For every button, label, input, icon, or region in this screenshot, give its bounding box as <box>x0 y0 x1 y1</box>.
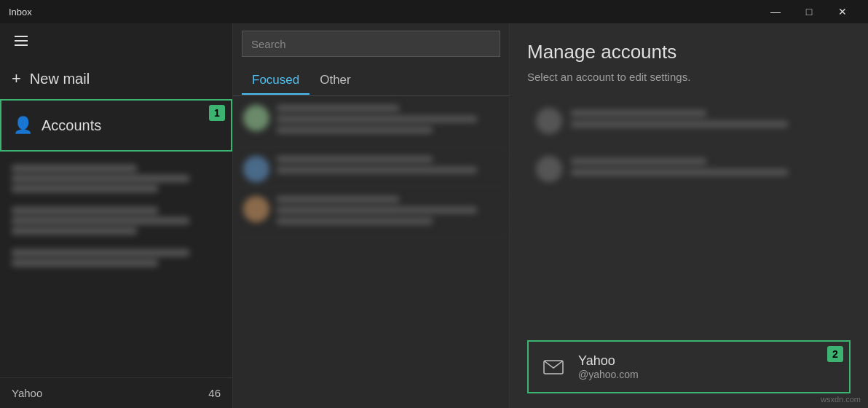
manage-accounts-title: Manage accounts <box>527 41 851 63</box>
watermark: wsxdn.com <box>821 395 861 404</box>
blur-line <box>277 167 477 173</box>
avatar <box>243 156 269 182</box>
blur-line <box>12 217 189 224</box>
sidebar-header <box>0 23 232 58</box>
avatar <box>536 156 562 182</box>
tab-other-label: Other <box>320 73 351 87</box>
new-mail-label: New mail <box>30 71 90 87</box>
titlebar-title: Inbox <box>9 7 32 17</box>
sidebar: + New mail 👤 Accounts 1 <box>0 23 233 408</box>
new-mail-button[interactable]: + New mail <box>0 58 232 99</box>
avatar <box>536 108 562 134</box>
yahoo-account-name: Yahoo <box>578 353 837 369</box>
tabs-row: Focused Other <box>233 64 509 96</box>
middle-mail-item[interactable] <box>233 96 509 147</box>
mail-lines <box>277 156 499 178</box>
sidebar-mail-items <box>0 152 232 377</box>
avatar <box>243 196 269 222</box>
blur-line <box>12 259 158 267</box>
blur-line <box>12 227 137 235</box>
blur-line <box>571 158 706 165</box>
accounts-label: Accounts <box>42 117 101 134</box>
badge-2: 2 <box>827 346 843 362</box>
search-bar <box>233 23 509 64</box>
manage-accounts-subtitle: Select an account to edit settings. <box>527 71 851 83</box>
blur-line <box>12 207 158 214</box>
tab-other[interactable]: Other <box>309 66 361 95</box>
minimize-button[interactable]: — <box>759 0 792 23</box>
blur-line <box>12 175 189 182</box>
hamburger-line-2 <box>15 40 28 42</box>
middle-mail-item[interactable] <box>233 187 509 238</box>
tab-focused[interactable]: Focused <box>242 66 309 95</box>
maximize-button[interactable]: □ <box>792 0 826 23</box>
hamburger-line-3 <box>15 44 28 46</box>
sidebar-bottom: Yahoo 46 <box>0 377 232 408</box>
close-button[interactable]: ✕ <box>826 0 859 23</box>
account-items-blurred <box>527 101 851 189</box>
titlebar: Inbox — □ ✕ <box>0 0 868 23</box>
hamburger-line-1 <box>15 36 28 37</box>
middle-mail-item[interactable] <box>233 147 509 187</box>
blur-line <box>277 196 399 203</box>
account-item-blurred[interactable] <box>527 149 851 189</box>
blur-line <box>12 165 137 172</box>
blur-line <box>571 169 788 176</box>
blur-line <box>571 110 706 117</box>
middle-mail-items <box>233 96 509 408</box>
sidebar-yahoo-count: 46 <box>208 387 221 399</box>
titlebar-controls: — □ ✕ <box>759 0 859 23</box>
blur-line <box>277 105 399 111</box>
blur-line <box>12 249 189 256</box>
sidebar-mail-item[interactable] <box>0 242 232 274</box>
blur-line <box>277 116 477 122</box>
account-lines <box>571 110 842 132</box>
plus-icon: + <box>12 69 21 88</box>
mail-lines <box>277 105 499 138</box>
person-icon: 👤 <box>13 116 33 135</box>
hamburger-button[interactable] <box>12 33 31 49</box>
mail-lines <box>277 196 499 229</box>
account-item-blurred[interactable] <box>527 101 851 141</box>
middle-panel: Focused Other <box>233 23 510 408</box>
blur-line <box>571 121 788 128</box>
tab-focused-label: Focused <box>252 73 299 87</box>
blur-line <box>277 156 433 162</box>
blur-line <box>277 127 433 133</box>
blur-line <box>277 207 477 213</box>
accounts-item[interactable]: 👤 Accounts 1 <box>0 99 232 152</box>
blur-line <box>277 218 433 224</box>
sidebar-mail-item[interactable] <box>0 200 232 242</box>
sidebar-yahoo-label: Yahoo <box>12 387 42 399</box>
avatar <box>243 105 269 131</box>
sidebar-mail-item[interactable] <box>0 157 232 200</box>
main-layout: + New mail 👤 Accounts 1 <box>0 23 868 408</box>
badge-1: 1 <box>209 105 225 121</box>
blur-line <box>12 185 158 192</box>
yahoo-account-info: Yahoo @yahoo.com <box>578 353 837 380</box>
yahoo-account-box[interactable]: Yahoo @yahoo.com 2 <box>527 340 851 393</box>
account-lines <box>571 158 842 180</box>
mail-icon <box>540 354 567 380</box>
right-panel: Manage accounts Select an account to edi… <box>510 23 868 408</box>
search-input[interactable] <box>242 31 500 57</box>
yahoo-account-email: @yahoo.com <box>578 369 837 380</box>
